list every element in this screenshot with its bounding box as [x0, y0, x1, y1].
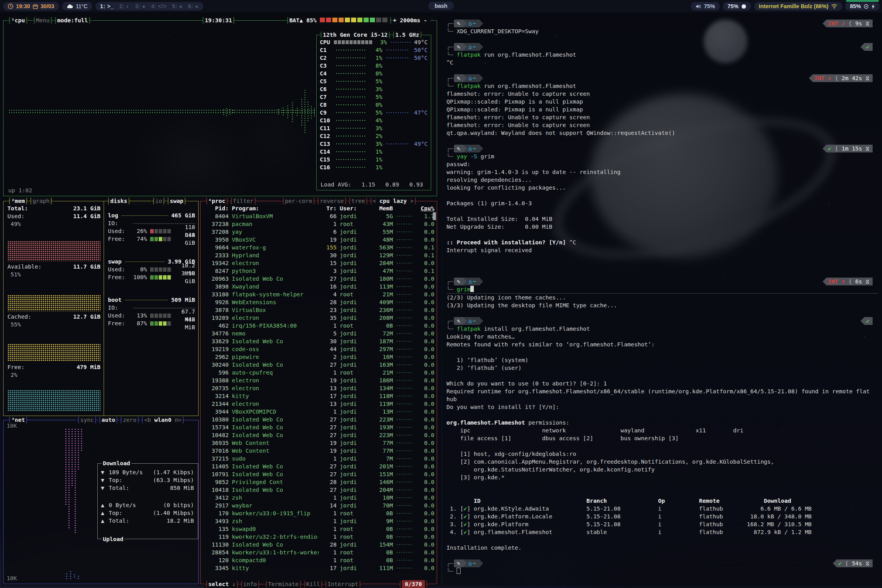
menu-button[interactable]: ┤Menu├ [32, 16, 53, 24]
process-row[interactable]: 3412zsh1jordi10M0.0 [201, 494, 437, 502]
process-row[interactable]: 30240Isolated Web Co27jordi163M0.0 [201, 361, 437, 369]
process-row[interactable]: 33180flatpak-system-helper4root21M0.0 [201, 290, 437, 298]
output-line [446, 231, 878, 238]
process-row[interactable]: 3878VirtualBox23jordi236M0.0 [201, 306, 437, 314]
cpu-graph-spike [287, 105, 290, 119]
workspace-5[interactable]: 5: ● [172, 3, 183, 9]
process-row[interactable]: 3214kitty17jordi118M0.0 [201, 392, 437, 400]
proc-filter-button[interactable]: ┤filter├─────── [229, 197, 281, 205]
process-row[interactable]: 20963Isolated Web Co27jordi180M0.0 [201, 275, 437, 283]
workspace-4[interactable]: 4: </> [151, 3, 167, 9]
process-row[interactable]: 9926WebExtensions28jordi409M0.0 [201, 298, 437, 306]
process-row[interactable]: 3898Xwayland16jordi113M0.0 [201, 283, 437, 290]
output-line: qt.qpa.wayland: Wayland does not support… [446, 129, 878, 137]
process-row[interactable]: 21344electron13jordi119M0.0 [201, 400, 437, 408]
process-row[interactable]: 20735electron13jordi134M0.0 [201, 384, 437, 392]
home-icon: ⌂ [468, 20, 472, 27]
network-module[interactable]: Internet Famille Bolz (86%) [754, 2, 842, 11]
pencil-icon: ✎ [457, 278, 460, 285]
process-row[interactable]: 9664waterfox-g155jordi563M0.1 [201, 244, 437, 251]
cpu-graph-spike [226, 108, 229, 116]
workspace-2[interactable]: 2: ◐ [119, 3, 130, 9]
process-row[interactable]: 10380Isolated Web Co27jordi223M0.0 [201, 416, 437, 423]
disks-io-toggle[interactable]: ┤io├ [152, 197, 166, 205]
proc-terminate-button[interactable]: ┤Terminate├ [264, 580, 302, 588]
net-zero-toggle[interactable]: ┤zero├ [119, 416, 140, 424]
process-row[interactable]: 11130Isolated Web Co28jordi154M0.0 [201, 541, 437, 549]
proc-select-button[interactable]: ┤select ↓├ [204, 580, 239, 588]
home-icon: ⌂ [468, 43, 472, 51]
process-row[interactable]: 3944VBoxXPCOMIPCD1jordi13M0.0 [201, 408, 437, 416]
interval-stepper[interactable]: + 2000ms - ─ [393, 16, 434, 24]
battery-meter-block [382, 18, 387, 22]
workspace-6[interactable]: 6: ● [188, 3, 199, 9]
process-row[interactable]: 9852Privileged Cont28jordi146M0.0 [201, 478, 437, 486]
proc-tree-toggle[interactable]: ┤tree├ [348, 197, 369, 205]
process-row[interactable]: 28854kworker/u33:1-btrfs-worker1root0B0.… [201, 549, 437, 556]
network-panel: ┤³net├────────────── ┤sync├ ┤auto├ ┤zero… [3, 420, 199, 584]
pencil-icon: ✎ [457, 145, 460, 152]
process-row[interactable]: 37238pacman1root43M0.0 [201, 220, 437, 228]
process-row[interactable]: 19342electron15jordi284M0.0 [201, 259, 437, 267]
proc-kill-button[interactable]: ┤Kill├ [303, 580, 324, 588]
process-row[interactable]: 10482Isolated Web Co27jordi223M0.0 [201, 431, 437, 439]
net-interface-selector[interactable]: ┤<b wlan0 n>├ [140, 416, 186, 424]
terminal-shell[interactable]: ╭─✎⌂~INT ✗ ⟨ 9s ⧖╰─ XDG_CURRENT_DESKTOP=… [443, 14, 882, 586]
mode-toggle[interactable]: ┤mode:full├ [54, 16, 92, 24]
focused-window-title[interactable]: bash [428, 2, 454, 10]
proc-interrupt-button[interactable]: ┤Interrupt├ [324, 580, 362, 588]
volume-module[interactable]: 75% [691, 2, 720, 11]
process-row[interactable]: 36935Web Content19jordi77M0.0 [201, 439, 437, 447]
proc-sort-selector[interactable]: ┤< cpu lazy >├ [369, 197, 417, 205]
process-row[interactable]: 11405Isolated Web Co27jordi201M0.0 [201, 463, 437, 470]
clock-date-module[interactable]: 19:30 30/03 [3, 2, 59, 11]
process-row[interactable]: 8404VirtualBoxVM66jordi5G1.7 [201, 212, 437, 220]
mem-graph-toggle[interactable]: ┤graph├ [29, 197, 53, 205]
proc-scrollbar[interactable] [433, 212, 436, 220]
process-row[interactable]: 120kcompactd01root0B0.0 [201, 556, 437, 564]
calendar-icon [33, 4, 38, 9]
brightness-module[interactable]: 75% [723, 2, 751, 11]
process-row[interactable]: 8247python33jordi47M0.1 [201, 267, 437, 275]
process-row[interactable]: 15734Isolated Web Co27jordi193M0.0 [201, 423, 437, 431]
output-line: Interrupt signal received [446, 246, 878, 254]
process-row[interactable]: 596auto-cpufreq1root21M0.0 [201, 369, 437, 376]
output-line: 3. [✔] org.kde.Platform 5.15-21.08 i fla… [446, 520, 878, 528]
proc-info-button[interactable]: ┤info├─ [239, 580, 264, 588]
battery-module[interactable]: 85% [845, 2, 880, 11]
process-row[interactable]: 3493zsh1jordi9M0.0 [201, 517, 437, 525]
output-line [446, 552, 878, 559]
process-row[interactable]: 37016Web Content19jordi77M0.0 [201, 447, 437, 455]
net-sync-toggle[interactable]: ┤sync├ [77, 416, 98, 424]
process-row[interactable]: 119kworker/u32:2-btrfs-endio-1root0B0.0 [201, 533, 437, 541]
process-row[interactable]: 19289electron35jordi208M0.0 [201, 314, 437, 322]
output-line [446, 348, 878, 356]
download-stat-row: ▼Total:858 MiB [101, 484, 194, 492]
process-row[interactable]: 10418Isolated Web Co27jordi204M0.0 [201, 486, 437, 494]
process-row[interactable]: 2917waybar14jordi70M0.0 [201, 502, 437, 509]
process-row[interactable]: 33629Isolated Web Co30jordi187M0.0 [201, 337, 437, 345]
process-row[interactable]: 2962pipewire2jordi16M0.0 [201, 353, 437, 361]
workspace-1[interactable]: 1: >_ [100, 3, 114, 9]
process-row[interactable]: 10791Isolated Web Co27jordi151M0.0 [201, 470, 437, 478]
process-row[interactable]: 2333Hyprland30jordi129M0.1 [201, 251, 437, 259]
net-auto-toggle[interactable]: ┤auto├ [98, 416, 119, 424]
process-row[interactable]: 3345kitty17jordi111M0.0 [201, 564, 437, 572]
brightness-label: 75% [728, 3, 739, 9]
process-row[interactable]: 37215sudo1jordi7M0.0 [201, 455, 437, 463]
process-row[interactable]: 462irq/156-PIXA3854:001root0B0.0 [201, 322, 437, 330]
process-row[interactable]: 170kworker/u33:0-i915_flip1root0B0.0 [201, 509, 437, 517]
weather-module[interactable]: 11°C [62, 2, 92, 11]
process-row[interactable]: 19219code-oss44jordi297M0.0 [201, 345, 437, 353]
output-line: flameshot: error: Unable to capture scre… [446, 121, 878, 129]
net-upload-spike [73, 574, 76, 579]
process-row[interactable]: 37208yay6jordi55M0.0 [201, 228, 437, 236]
proc-reverse-toggle[interactable]: ┤reverse├ [316, 197, 348, 205]
process-row[interactable]: 135kswapd01root0B0.0 [201, 525, 437, 533]
process-row[interactable]: 3950VBoxSVC19jordi48M0.0 [201, 236, 437, 244]
process-row[interactable]: 19388electron19jordi186M0.0 [201, 376, 437, 384]
workspace-3[interactable]: 3: ● [135, 3, 146, 9]
proc-percore-toggle[interactable]: ┤per-core├ [281, 197, 316, 205]
disks-swap-toggle[interactable]: ┤swap├ [166, 197, 187, 205]
process-row[interactable]: 34776nemo5jordi72M0.0 [201, 330, 437, 337]
